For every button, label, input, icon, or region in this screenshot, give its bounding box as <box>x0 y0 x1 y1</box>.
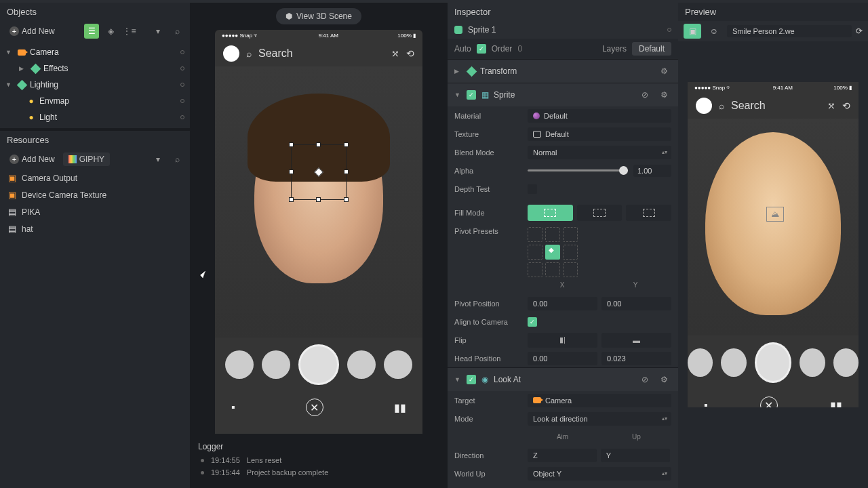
resources-add-button[interactable]: +Add New <box>5 152 59 167</box>
align-camera-checkbox[interactable]: ✓ <box>528 317 537 327</box>
gear-icon[interactable]: ⚙ <box>656 87 671 102</box>
tree-item-camera[interactable]: ▼ Camera <box>0 44 190 60</box>
transform-icon <box>466 66 477 77</box>
direction-up-dropdown[interactable]: Y <box>601 449 670 462</box>
sprite-bounding-box[interactable] <box>291 144 347 200</box>
worldup-dropdown[interactable]: Object Y▴▾ <box>528 467 671 481</box>
battery-label: 100% ▮ <box>397 33 416 39</box>
objects-add-button[interactable]: +Add New <box>5 24 59 39</box>
close-icon[interactable]: ✕ <box>306 399 323 416</box>
pivot-x-input[interactable]: 0.00 <box>528 297 597 310</box>
tree-item-light[interactable]: ● Light <box>0 109 190 125</box>
inspector-title: Inspector <box>448 3 678 21</box>
chat-icon[interactable]: ▪ <box>231 401 235 413</box>
alpha-input[interactable]: 1.00 <box>633 165 671 177</box>
material-dropdown[interactable]: Default <box>528 109 671 123</box>
sprite-enabled-checkbox[interactable]: ✓ <box>467 90 476 100</box>
pivot-y-input[interactable]: 0.00 <box>601 297 671 310</box>
search-icon[interactable]: ⌕ <box>170 24 184 39</box>
lens-option[interactable] <box>384 350 412 379</box>
lens-option[interactable] <box>262 350 290 379</box>
preview-title: Preview <box>678 3 868 21</box>
search-icon: ⌕ <box>246 48 252 59</box>
flip-h-button[interactable]: ▮| <box>528 333 597 348</box>
refresh-icon[interactable]: ⟳ <box>856 26 863 36</box>
tree-item-effects[interactable]: ▶ Effects <box>0 60 190 77</box>
cube-icon <box>16 79 27 90</box>
preview-webcam-mode[interactable]: ☺ <box>705 24 723 39</box>
mode-dropdown[interactable]: Look at direction▴▾ <box>528 412 671 426</box>
lightbulb-icon: ● <box>26 112 37 123</box>
scene-viewport[interactable]: ●●●●● Snap ᯤ 9:41 AM 100% ▮ ⌕ Search ⤱⟲ <box>215 30 422 434</box>
head-y-input[interactable]: 0.023 <box>601 352 671 365</box>
depthtest-checkbox[interactable] <box>528 184 537 194</box>
lens-option[interactable] <box>225 350 254 379</box>
lens-option[interactable] <box>347 350 376 379</box>
preview-viewport: ●●●●● Snap ᯤ 9:41 AM 100% ▮ ⌕ Search ⤱⟲ … <box>688 82 859 407</box>
visibility-toggle[interactable] <box>667 28 671 32</box>
lookat-enabled-checkbox[interactable]: ✓ <box>467 375 476 384</box>
tree-item-envmap[interactable]: ● Envmap <box>0 93 190 109</box>
flip-v-button[interactable]: ▬ <box>601 333 671 348</box>
lookat-header[interactable]: ▼✓ ◉ Look At ⊘ ⚙ <box>448 368 678 391</box>
resource-item[interactable]: ▤hat <box>0 220 190 237</box>
view-3d-scene-button[interactable]: ⬢View 3D Scene <box>276 8 361 24</box>
cursor-icon <box>201 272 209 283</box>
log-entry: 19:15:44Project backup complete <box>198 466 439 479</box>
list-view-icon[interactable]: ☰ <box>84 24 99 39</box>
cube-icon <box>30 63 41 74</box>
flip-camera-icon: ⟲ <box>406 48 414 59</box>
giphy-button[interactable]: GIPHY <box>63 152 110 166</box>
fillmode-fit[interactable] <box>528 205 573 221</box>
resource-item[interactable]: ▤PIKA <box>0 203 190 220</box>
outline-icon[interactable]: ⋮≡ <box>122 24 137 39</box>
cube-3d-icon: ⬢ <box>285 12 292 21</box>
sprite-icon <box>454 26 462 34</box>
pivot-preset-grid[interactable] <box>528 227 671 277</box>
alpha-slider[interactable] <box>528 169 628 171</box>
revert-icon[interactable]: ⊘ <box>637 87 652 102</box>
preview-image-mode[interactable]: ▣ <box>684 24 701 39</box>
search-placeholder: Search <box>258 47 384 60</box>
preview-source-dropdown[interactable]: Smile Person 2.we <box>727 25 852 37</box>
logger-title: Logger <box>198 439 439 454</box>
resource-item[interactable]: ▣Device Camera Texture <box>0 186 190 203</box>
rotate-handle[interactable] <box>314 167 323 177</box>
carrier-label: ●●●●● Snap ᯤ <box>222 33 259 39</box>
gear-icon[interactable]: ⚙ <box>656 372 671 387</box>
memories-icon[interactable]: ▮▮ <box>394 401 406 414</box>
blendmode-dropdown[interactable]: Normal▴▾ <box>528 146 671 159</box>
object-name[interactable]: Sprite 1 <box>468 25 496 35</box>
transform-header[interactable]: ▶ Transform ⚙ <box>448 60 678 83</box>
target-dropdown[interactable]: Camera <box>528 394 671 407</box>
fillmode-fill[interactable] <box>577 205 623 221</box>
objects-title: Objects <box>0 3 190 21</box>
texture-dropdown[interactable]: Default <box>528 127 671 141</box>
time-label: 9:41 AM <box>319 33 338 39</box>
log-entry: 19:14:55Lens reset <box>198 454 439 466</box>
resources-title: Resources <box>0 131 190 149</box>
direction-aim-dropdown[interactable]: Z <box>528 449 597 462</box>
fillmode-stretch[interactable] <box>626 205 671 221</box>
filter-icon[interactable]: ▾ <box>151 24 165 39</box>
resource-item[interactable]: ▣Camera Output <box>0 169 190 186</box>
tree-item-lighting[interactable]: ▼ Lighting <box>0 77 190 93</box>
search-icon[interactable]: ⌕ <box>170 152 184 167</box>
avatar <box>223 45 239 62</box>
layers-icon[interactable]: ◈ <box>103 24 118 39</box>
capture-button[interactable] <box>298 344 339 385</box>
auto-checkbox[interactable]: ✓ <box>477 44 486 54</box>
gear-icon[interactable]: ⚙ <box>656 64 671 79</box>
sprite-placeholder-icon: ⛰ <box>766 207 784 222</box>
layers-default-button[interactable]: Default <box>632 42 671 56</box>
camera-icon <box>18 49 26 56</box>
revert-icon[interactable]: ⊘ <box>637 372 652 387</box>
lightbulb-icon: ● <box>26 96 37 106</box>
head-x-input[interactable]: 0.00 <box>528 352 597 365</box>
sprite-header[interactable]: ▼✓ ▦ Sprite ⊘ ⚙ <box>448 83 678 106</box>
flash-icon: ⤱ <box>391 48 399 59</box>
filter-icon[interactable]: ▾ <box>151 152 165 167</box>
